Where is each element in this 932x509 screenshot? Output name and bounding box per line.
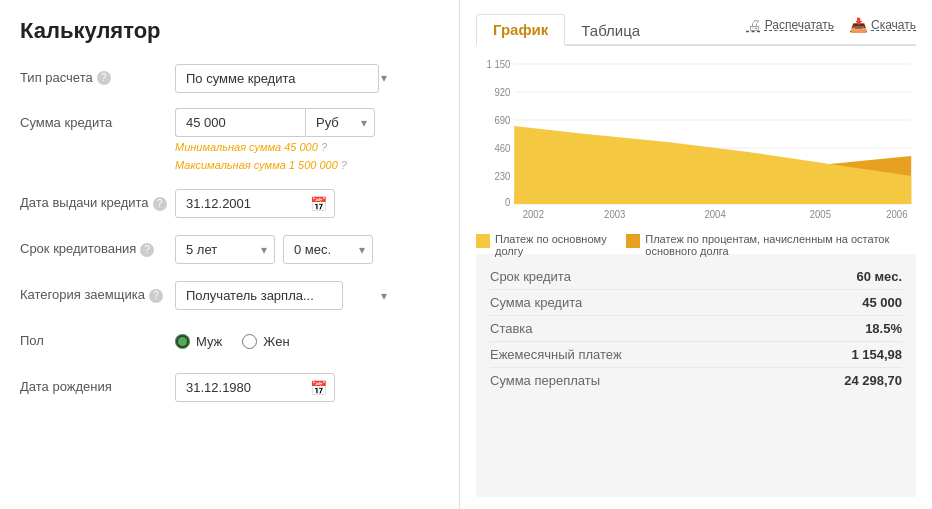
legend-principal-color: [476, 234, 490, 248]
gender-female-label: Жен: [263, 334, 289, 349]
summary-row-2: Ставка 18.5%: [490, 316, 902, 342]
sum-wrapper: Руб USD EUR Минимальная сумма 45 000 ? М…: [175, 108, 439, 174]
date-help-icon[interactable]: ?: [153, 197, 167, 211]
date-label: Дата выдачи кредита ?: [20, 195, 175, 212]
term-row: Срок кредитования ? 1 лет 2 лет 3 лет 4 …: [20, 234, 439, 266]
loan-type-select[interactable]: По сумме кредита По ежемесячному платежу: [175, 64, 379, 93]
term-inputs: 1 лет 2 лет 3 лет 4 лет 5 лет 10 лет 0 м…: [175, 235, 439, 264]
gender-male-label: Муж: [196, 334, 222, 349]
borrower-row: Категория заемщика ? Получатель зарпла..…: [20, 280, 439, 312]
chart-legend: Платеж по основному долгу Платеж по проц…: [476, 233, 916, 257]
hint-max-icon: ?: [341, 159, 347, 171]
term-control: 1 лет 2 лет 3 лет 4 лет 5 лет 10 лет 0 м…: [175, 235, 439, 264]
loan-type-select-wrapper: По сумме кредита По ежемесячному платежу: [175, 64, 395, 93]
summary-value-1: 45 000: [862, 295, 902, 310]
summary-table: Срок кредита 60 мес. Сумма кредита 45 00…: [476, 254, 916, 497]
date-control: 📅: [175, 189, 439, 218]
summary-label-1: Сумма кредита: [490, 295, 862, 310]
gender-male-option[interactable]: Муж: [175, 334, 222, 349]
borrower-label: Категория заемщика ?: [20, 287, 175, 304]
date-row: Дата выдачи кредита ? 📅: [20, 188, 439, 220]
svg-text:920: 920: [495, 87, 511, 98]
tab-grafik[interactable]: График: [476, 14, 565, 46]
loan-sum-input[interactable]: [175, 108, 305, 137]
legend-interest: Платеж по процентам, начисленным на оста…: [626, 233, 916, 257]
svg-text:230: 230: [495, 171, 511, 182]
summary-row-0: Срок кредита 60 мес.: [490, 264, 902, 290]
borrower-control: Получатель зарпла... Пенсионер Другой: [175, 281, 439, 310]
calculator-panel: Калькулятор Тип расчета ? По сумме креди…: [0, 0, 460, 509]
chart-svg: 1 150 920 690 460 230 0 2002 2003 2004 2…: [476, 56, 916, 226]
gender-female-radio[interactable]: [242, 334, 257, 349]
gender-control: Муж Жен: [175, 334, 439, 349]
svg-text:460: 460: [495, 143, 511, 154]
gender-male-radio[interactable]: [175, 334, 190, 349]
tab-tablica[interactable]: Таблица: [565, 16, 656, 45]
svg-text:0: 0: [505, 197, 511, 208]
term-years-wrapper: 1 лет 2 лет 3 лет 4 лет 5 лет 10 лет: [175, 235, 275, 264]
download-button[interactable]: 📥 Скачать: [850, 17, 916, 33]
legend-principal-label: Платеж по основному долгу: [495, 233, 610, 257]
date-input[interactable]: [175, 189, 335, 218]
currency-select[interactable]: Руб USD EUR: [305, 108, 375, 137]
loan-type-help-icon[interactable]: ?: [97, 71, 111, 85]
dob-input[interactable]: [175, 373, 335, 402]
sum-row: Руб USD EUR: [175, 108, 439, 137]
loan-sum-control: Руб USD EUR Минимальная сумма 45 000 ? М…: [175, 108, 439, 174]
svg-text:2006: 2006: [886, 209, 907, 220]
borrower-help-icon[interactable]: ?: [149, 289, 163, 303]
term-help-icon[interactable]: ?: [140, 243, 154, 257]
term-months-select[interactable]: 0 мес. 1 мес. 2 мес. 3 мес.: [283, 235, 373, 264]
dob-label: Дата рождения: [20, 379, 175, 396]
summary-value-3: 1 154,98: [851, 347, 902, 362]
summary-row-3: Ежемесячный платеж 1 154,98: [490, 342, 902, 368]
summary-value-4: 24 298,70: [844, 373, 902, 388]
svg-text:2005: 2005: [810, 209, 832, 220]
printer-icon: 🖨: [747, 17, 761, 33]
term-label: Срок кредитования ?: [20, 241, 175, 258]
chart-container: 1 150 920 690 460 230 0 2002 2003 2004 2…: [476, 56, 916, 246]
dob-control: 📅: [175, 373, 439, 402]
date-wrapper: 📅: [175, 189, 335, 218]
tab-actions: 🖨 Распечатать 📥 Скачать: [747, 17, 916, 39]
svg-text:1 150: 1 150: [487, 59, 511, 70]
summary-label-3: Ежемесячный платеж: [490, 347, 851, 362]
currency-select-wrapper: Руб USD EUR: [305, 108, 375, 137]
svg-text:690: 690: [495, 115, 511, 126]
gender-female-option[interactable]: Жен: [242, 334, 289, 349]
loan-sum-row: Сумма кредита Руб USD EUR Минимальная су…: [20, 108, 439, 174]
svg-text:2004: 2004: [705, 209, 727, 220]
loan-sum-label: Сумма кредита: [20, 108, 175, 132]
term-months-wrapper: 0 мес. 1 мес. 2 мес. 3 мес.: [283, 235, 373, 264]
svg-text:2002: 2002: [523, 209, 544, 220]
gender-row: Пол Муж Жен: [20, 326, 439, 358]
loan-type-control: По сумме кредита По ежемесячному платежу: [175, 64, 439, 93]
summary-value-0: 60 мес.: [856, 269, 902, 284]
dob-wrapper: 📅: [175, 373, 335, 402]
hint-min: Минимальная сумма 45 000 ?: [175, 140, 439, 155]
legend-interest-color: [626, 234, 640, 248]
summary-row-4: Сумма переплаты 24 298,70: [490, 368, 902, 393]
summary-label-2: Ставка: [490, 321, 865, 336]
summary-value-2: 18.5%: [865, 321, 902, 336]
borrower-select[interactable]: Получатель зарпла... Пенсионер Другой: [175, 281, 343, 310]
term-years-select[interactable]: 1 лет 2 лет 3 лет 4 лет 5 лет 10 лет: [175, 235, 275, 264]
loan-type-label: Тип расчета ?: [20, 70, 175, 87]
summary-label-0: Срок кредита: [490, 269, 856, 284]
hint-min-icon: ?: [321, 141, 327, 153]
print-button[interactable]: 🖨 Распечатать: [747, 17, 834, 33]
dob-row: Дата рождения 📅: [20, 372, 439, 404]
chart-results-panel: График Таблица 🖨 Распечатать 📥 Скачать 1…: [460, 0, 932, 509]
summary-label-4: Сумма переплаты: [490, 373, 844, 388]
download-icon: 📥: [850, 17, 867, 33]
summary-row-1: Сумма кредита 45 000: [490, 290, 902, 316]
borrower-select-wrapper: Получатель зарпла... Пенсионер Другой: [175, 281, 395, 310]
legend-principal: Платеж по основному долгу: [476, 233, 610, 257]
page-title: Калькулятор: [20, 18, 439, 44]
legend-interest-label: Платеж по процентам, начисленным на оста…: [645, 233, 916, 257]
hint-max: Максимальная сумма 1 500 000 ?: [175, 158, 439, 173]
gender-label: Пол: [20, 333, 175, 350]
gender-radio-group: Муж Жен: [175, 334, 439, 349]
loan-type-row: Тип расчета ? По сумме кредита По ежемес…: [20, 62, 439, 94]
svg-text:2003: 2003: [604, 209, 625, 220]
